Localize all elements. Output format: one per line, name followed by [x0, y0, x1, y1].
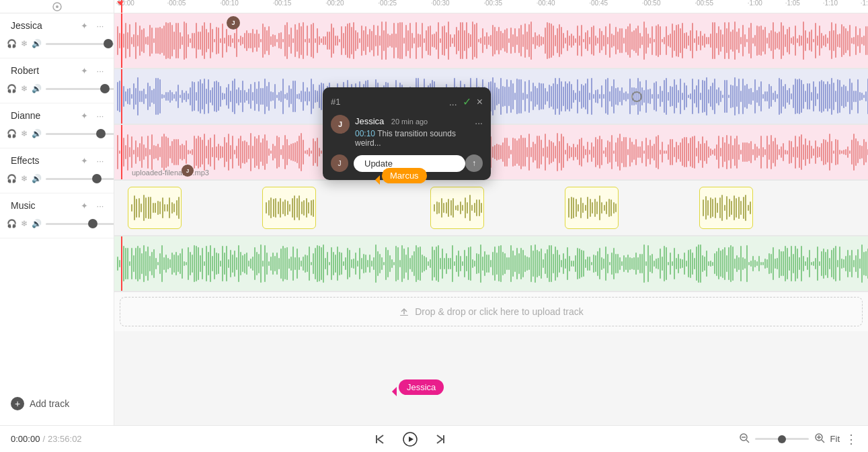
playhead-robert	[121, 69, 122, 124]
jessica-cursor-label: Jessica	[399, 379, 444, 395]
ruler-mark-3: ·00:15	[272, 0, 291, 7]
more-icon-music[interactable]: ···	[93, 199, 107, 212]
robert-waveform-track	[114, 69, 868, 125]
ruler-mark-7: ·00:35	[483, 0, 502, 7]
effect-chip-2[interactable]	[262, 187, 316, 229]
rewind-button[interactable]	[372, 433, 386, 446]
headphone-icon-dianne[interactable]: 🎧	[7, 126, 17, 141]
upload-area[interactable]: Drop & drop or click here to upload trac…	[120, 297, 863, 326]
volume-icon-jessica[interactable]: 🔊	[32, 36, 42, 51]
comment-popup: #1 ... ✓ × J Jessica	[323, 87, 491, 180]
rewind-icon	[372, 433, 386, 446]
track-controls-robert: 🎧 ❄ 🔊	[0, 80, 114, 103]
volume-icon-robert[interactable]: 🔊	[32, 81, 42, 96]
play-button[interactable]	[399, 428, 421, 450]
track-label-jessica: Jessica ✦ ···	[0, 13, 114, 35]
track-icons-jessica: ✦ ···	[77, 19, 107, 32]
add-track-button[interactable]: + Add track	[0, 389, 114, 418]
effect-chip-3[interactable]	[430, 187, 484, 229]
effect-chip-5[interactable]	[699, 187, 753, 229]
zoom-out-icon	[739, 433, 750, 443]
more-options-button[interactable]: ⋮	[845, 432, 857, 447]
snowflake-icon-effects[interactable]: ❄	[21, 171, 28, 186]
snowflake-icon-jessica[interactable]: ❄	[21, 36, 28, 51]
track-section-dianne: Dianne ✦ ··· 🎧 ❄ 🔊	[0, 103, 114, 148]
ruler-mark-8: ·00:40	[537, 0, 555, 7]
snowflake-icon-robert[interactable]: ❄	[21, 81, 28, 96]
comment-pin-jessica[interactable]: J	[227, 16, 240, 30]
effect-chip-1[interactable]	[128, 187, 182, 229]
current-time: 0:00:00	[11, 434, 40, 444]
more-icon-dianne[interactable]: ···	[93, 109, 107, 122]
more-icon-jessica[interactable]: ···	[93, 19, 107, 32]
volume-slider-music[interactable]	[46, 223, 114, 225]
update-avatar: J	[331, 154, 348, 172]
track-controls-jessica: 🎧 ❄ 🔊	[0, 35, 114, 58]
track-section-music: Music ✦ ··· 🎧 ❄ 🔊	[0, 193, 114, 238]
ruler-mark-6: ·00:30	[431, 0, 450, 7]
headphone-icon-effects[interactable]: 🎧	[7, 171, 17, 186]
magic-icon-effects[interactable]: ✦	[77, 154, 91, 167]
robert-bars	[114, 69, 868, 124]
track-name-dianne: Dianne	[11, 110, 40, 121]
ruler-mark-10: ·00:50	[642, 0, 661, 7]
send-button[interactable]: ↑	[465, 154, 483, 172]
magic-icon-robert[interactable]: ✦	[77, 64, 91, 77]
track-section-jessica: Jessica ✦ ··· 🎧 ❄ 🔊	[0, 13, 114, 58]
effect-chip-4[interactable]	[565, 187, 619, 229]
track-name-robert: Robert	[11, 65, 39, 76]
track-name-effects: Effects	[11, 155, 40, 166]
popup-header: #1 ... ✓ ×	[331, 95, 483, 108]
track-label-robert: Robert ✦ ···	[0, 58, 114, 80]
more-icon-effects[interactable]: ···	[93, 154, 107, 167]
track-icons-dianne: ✦ ···	[77, 109, 107, 122]
comment-more-button[interactable]: ...	[475, 116, 483, 126]
music-bars	[114, 236, 868, 291]
zoom-in-icon	[814, 433, 825, 443]
snowflake-icon-dianne[interactable]: ❄	[21, 126, 28, 141]
update-input[interactable]: Update	[354, 155, 465, 172]
magic-icon-jessica[interactable]: ✦	[77, 19, 91, 32]
volume-slider-effects[interactable]	[46, 178, 114, 180]
magic-icon-music[interactable]: ✦	[77, 199, 91, 212]
popup-close-button[interactable]: ×	[477, 96, 483, 108]
zoom-out-button[interactable]	[739, 433, 750, 446]
volume-slider-dianne[interactable]	[46, 133, 114, 135]
headphone-icon-music[interactable]: 🎧	[7, 216, 17, 231]
svg-rect-2	[400, 315, 408, 316]
transport-controls	[372, 428, 448, 450]
upload-row: Drop & drop or click here to upload trac…	[114, 292, 868, 331]
track-icons-music: ✦ ···	[77, 199, 107, 212]
headphone-icon-jessica[interactable]: 🎧	[7, 36, 17, 51]
more-icon-robert[interactable]: ···	[93, 64, 107, 77]
annotation-circle-robert[interactable]	[631, 91, 642, 102]
ruler-mark-13: ·1:05	[785, 0, 800, 7]
track-section-effects: Effects ✦ ··· 🎧 ❄ 🔊	[0, 148, 114, 193]
magic-icon-dianne[interactable]: ✦	[77, 109, 91, 122]
ruler-mark-2: ·00:10	[220, 0, 239, 7]
upload-label: Drop & drop or click here to upload trac…	[415, 306, 584, 317]
ruler-mark-14: ·1:10	[823, 0, 838, 7]
volume-slider-jessica[interactable]	[46, 43, 114, 45]
headphone-icon-robert[interactable]: 🎧	[7, 81, 17, 96]
track-icons-robert: ✦ ···	[77, 64, 107, 77]
ruler-mark-4: ·00:20	[325, 0, 344, 7]
ruler-mark-9: ·00:45	[589, 0, 608, 7]
popup-actions: ... ✓ ×	[449, 95, 483, 108]
volume-icon-effects[interactable]: 🔊	[32, 171, 42, 186]
zoom-in-button[interactable]	[814, 433, 825, 446]
dianne-bars	[114, 125, 868, 179]
popup-more-button[interactable]: ...	[449, 97, 457, 107]
volume-icon-music[interactable]: 🔊	[32, 216, 42, 231]
snowflake-icon-music[interactable]: ❄	[21, 216, 28, 231]
ruler-mark-12: ·1:00	[748, 0, 762, 7]
volume-icon-dianne[interactable]: 🔊	[32, 126, 42, 141]
zoom-slider[interactable]	[755, 438, 809, 440]
popup-check-button[interactable]: ✓	[463, 95, 471, 108]
user-avatar-dianne: J	[182, 165, 194, 177]
forward-button[interactable]	[434, 433, 448, 446]
playhead-triangle	[117, 1, 124, 5]
fit-button[interactable]: Fit	[830, 434, 840, 444]
track-label-dianne: Dianne ✦ ···	[0, 103, 114, 125]
volume-slider-robert[interactable]	[46, 88, 114, 90]
